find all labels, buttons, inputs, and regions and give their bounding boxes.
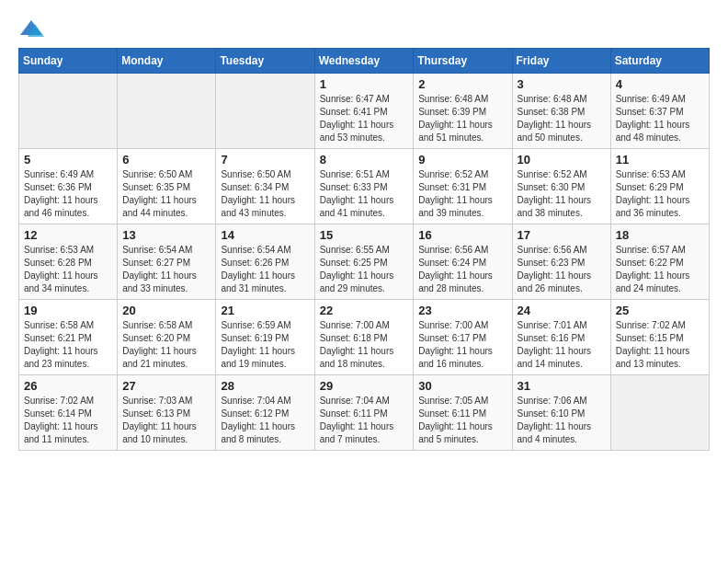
day-info: Sunrise: 7:05 AM Sunset: 6:11 PM Dayligh… [418,395,506,446]
day-info: Sunrise: 7:06 AM Sunset: 6:10 PM Dayligh… [518,395,606,446]
header-thursday: Thursday [414,49,512,74]
calendar-cell: 16Sunrise: 6:56 AM Sunset: 6:24 PM Dayli… [414,224,512,300]
day-info: Sunrise: 6:48 AM Sunset: 6:39 PM Dayligh… [418,93,506,144]
header-wednesday: Wednesday [314,49,414,74]
day-info: Sunrise: 6:53 AM Sunset: 6:28 PM Dayligh… [24,244,112,295]
calendar-cell: 1Sunrise: 6:47 AM Sunset: 6:41 PM Daylig… [314,74,414,149]
logo-icon [18,18,44,39]
day-info: Sunrise: 6:52 AM Sunset: 6:30 PM Dayligh… [518,168,606,220]
calendar-cell: 9Sunrise: 6:52 AM Sunset: 6:31 PM Daylig… [414,149,512,224]
header-friday: Friday [512,49,610,74]
day-number: 31 [518,379,606,393]
calendar-table: SundayMondayTuesdayWednesdayThursdayFrid… [18,48,710,451]
day-info: Sunrise: 7:04 AM Sunset: 6:12 PM Dayligh… [221,395,309,446]
calendar-cell: 14Sunrise: 6:54 AM Sunset: 6:26 PM Dayli… [216,224,314,300]
calendar-cell: 31Sunrise: 7:06 AM Sunset: 6:10 PM Dayli… [512,375,610,451]
day-info: Sunrise: 6:54 AM Sunset: 6:27 PM Dayligh… [122,244,210,295]
day-info: Sunrise: 6:57 AM Sunset: 6:22 PM Dayligh… [616,244,704,295]
calendar-cell: 25Sunrise: 7:02 AM Sunset: 6:15 PM Dayli… [610,300,709,375]
day-number: 1 [320,77,409,91]
day-number: 23 [418,304,506,317]
day-info: Sunrise: 6:56 AM Sunset: 6:23 PM Dayligh… [518,244,606,295]
day-number: 12 [24,228,112,242]
day-info: Sunrise: 6:58 AM Sunset: 6:20 PM Dayligh… [122,319,210,371]
calendar-cell: 18Sunrise: 6:57 AM Sunset: 6:22 PM Dayli… [610,224,709,300]
calendar-cell: 13Sunrise: 6:54 AM Sunset: 6:27 PM Dayli… [118,224,216,300]
calendar-cell [19,74,118,149]
day-number: 24 [518,304,606,317]
day-number: 16 [418,228,506,242]
calendar-cell: 17Sunrise: 6:56 AM Sunset: 6:23 PM Dayli… [512,224,610,300]
calendar-cell: 24Sunrise: 7:01 AM Sunset: 6:16 PM Dayli… [512,300,610,375]
calendar-cell: 21Sunrise: 6:59 AM Sunset: 6:19 PM Dayli… [216,300,314,375]
calendar-cell: 23Sunrise: 7:00 AM Sunset: 6:17 PM Dayli… [414,300,512,375]
day-number: 25 [616,304,704,317]
header-tuesday: Tuesday [216,49,314,74]
day-number: 15 [320,228,409,242]
calendar-cell: 11Sunrise: 6:53 AM Sunset: 6:29 PM Dayli… [610,149,709,224]
day-info: Sunrise: 7:04 AM Sunset: 6:11 PM Dayligh… [320,395,409,446]
calendar-cell [216,74,314,149]
day-info: Sunrise: 6:56 AM Sunset: 6:24 PM Dayligh… [418,244,506,295]
day-number: 2 [418,77,506,91]
day-info: Sunrise: 6:52 AM Sunset: 6:31 PM Dayligh… [418,168,506,220]
calendar-cell: 26Sunrise: 7:02 AM Sunset: 6:14 PM Dayli… [19,375,118,451]
day-number: 30 [418,379,506,393]
calendar-week-row: 1Sunrise: 6:47 AM Sunset: 6:41 PM Daylig… [19,74,710,149]
day-number: 17 [518,228,606,242]
calendar-cell [118,74,216,149]
calendar-cell: 4Sunrise: 6:49 AM Sunset: 6:37 PM Daylig… [610,74,709,149]
day-number: 22 [320,304,409,317]
header-monday: Monday [118,49,216,74]
day-info: Sunrise: 6:58 AM Sunset: 6:21 PM Dayligh… [24,319,112,371]
day-info: Sunrise: 6:49 AM Sunset: 6:37 PM Dayligh… [616,93,704,144]
day-info: Sunrise: 6:53 AM Sunset: 6:29 PM Dayligh… [616,168,704,220]
day-info: Sunrise: 6:49 AM Sunset: 6:36 PM Dayligh… [24,168,112,220]
calendar-cell: 20Sunrise: 6:58 AM Sunset: 6:20 PM Dayli… [118,300,216,375]
day-number: 10 [518,153,606,167]
day-number: 21 [221,304,309,317]
day-info: Sunrise: 6:50 AM Sunset: 6:35 PM Dayligh… [122,168,210,220]
calendar-cell: 12Sunrise: 6:53 AM Sunset: 6:28 PM Dayli… [19,224,118,300]
calendar-week-row: 26Sunrise: 7:02 AM Sunset: 6:14 PM Dayli… [19,375,710,451]
calendar-cell: 27Sunrise: 7:03 AM Sunset: 6:13 PM Dayli… [118,375,216,451]
calendar-cell: 3Sunrise: 6:48 AM Sunset: 6:38 PM Daylig… [512,74,610,149]
day-info: Sunrise: 6:55 AM Sunset: 6:25 PM Dayligh… [320,244,409,295]
calendar-cell: 5Sunrise: 6:49 AM Sunset: 6:36 PM Daylig… [19,149,118,224]
day-info: Sunrise: 6:50 AM Sunset: 6:34 PM Dayligh… [221,168,309,220]
day-number: 4 [616,77,704,91]
day-number: 18 [616,228,704,242]
calendar-week-row: 19Sunrise: 6:58 AM Sunset: 6:21 PM Dayli… [19,300,710,375]
day-number: 7 [221,153,309,167]
day-number: 8 [320,153,409,167]
day-number: 11 [616,153,704,167]
day-number: 3 [518,77,606,91]
calendar-cell: 10Sunrise: 6:52 AM Sunset: 6:30 PM Dayli… [512,149,610,224]
header-sunday: Sunday [19,49,118,74]
day-number: 13 [122,228,210,242]
calendar-cell: 15Sunrise: 6:55 AM Sunset: 6:25 PM Dayli… [314,224,414,300]
calendar-cell: 22Sunrise: 7:00 AM Sunset: 6:18 PM Dayli… [314,300,414,375]
day-info: Sunrise: 6:51 AM Sunset: 6:33 PM Dayligh… [320,168,409,220]
day-info: Sunrise: 6:59 AM Sunset: 6:19 PM Dayligh… [221,319,309,371]
logo [18,18,48,39]
calendar-cell [610,375,709,451]
calendar-header-row: SundayMondayTuesdayWednesdayThursdayFrid… [19,49,710,74]
calendar-cell: 30Sunrise: 7:05 AM Sunset: 6:11 PM Dayli… [414,375,512,451]
calendar-cell: 29Sunrise: 7:04 AM Sunset: 6:11 PM Dayli… [314,375,414,451]
day-info: Sunrise: 7:02 AM Sunset: 6:14 PM Dayligh… [24,395,112,446]
day-number: 5 [24,153,112,167]
calendar-week-row: 12Sunrise: 6:53 AM Sunset: 6:28 PM Dayli… [19,224,710,300]
calendar-cell: 7Sunrise: 6:50 AM Sunset: 6:34 PM Daylig… [216,149,314,224]
day-number: 19 [24,304,112,317]
day-number: 27 [122,379,210,393]
day-info: Sunrise: 6:48 AM Sunset: 6:38 PM Dayligh… [518,93,606,144]
calendar-cell: 19Sunrise: 6:58 AM Sunset: 6:21 PM Dayli… [19,300,118,375]
calendar-cell: 28Sunrise: 7:04 AM Sunset: 6:12 PM Dayli… [216,375,314,451]
day-number: 26 [24,379,112,393]
day-number: 29 [320,379,409,393]
header-saturday: Saturday [610,49,709,74]
day-info: Sunrise: 6:47 AM Sunset: 6:41 PM Dayligh… [320,93,409,144]
calendar-cell: 2Sunrise: 6:48 AM Sunset: 6:39 PM Daylig… [414,74,512,149]
day-number: 20 [122,304,210,317]
